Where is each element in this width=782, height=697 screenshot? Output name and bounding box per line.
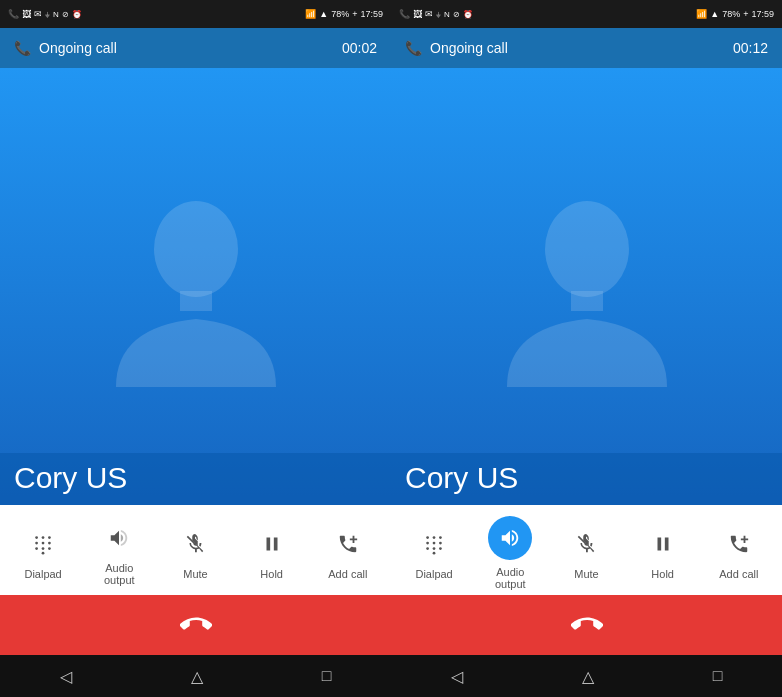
phone-status-icon: 📞 xyxy=(8,9,19,19)
call-status-left: 📞 Ongoing call xyxy=(14,40,117,56)
add-call-btn-right[interactable]: Add call xyxy=(709,526,769,580)
contact-name-left: Cory US xyxy=(14,461,377,495)
controls-area-left: Dialpad Audio output xyxy=(0,505,391,595)
recent-btn-left[interactable]: □ xyxy=(306,659,348,693)
call-header-right: 📞 Ongoing call 00:12 xyxy=(391,28,782,68)
svg-point-0 xyxy=(154,201,238,297)
end-call-bar-right[interactable] xyxy=(391,595,782,655)
avatar-silhouette-right xyxy=(497,187,677,387)
svg-point-14 xyxy=(426,536,429,539)
avatar-area-left: Cory US xyxy=(0,68,391,505)
mute-btn-right[interactable]: Mute xyxy=(556,526,616,580)
call-phone-icon-left: 📞 xyxy=(14,40,31,56)
status-right-left: 📶 ▲ 78% + 17:59 xyxy=(305,9,383,19)
battery-level-left: 78% xyxy=(331,9,349,19)
svg-rect-1 xyxy=(180,291,212,311)
dialpad-icon-left xyxy=(25,526,61,562)
clock-left: 17:59 xyxy=(360,9,383,19)
avatar-silhouette-left xyxy=(106,187,286,387)
audio-output-icon-right xyxy=(488,516,532,560)
image-status-icon: 🖼 xyxy=(22,9,31,19)
svg-rect-13 xyxy=(571,291,603,311)
call-header-left: 📞 Ongoing call 00:02 xyxy=(0,28,391,68)
hold-label-right: Hold xyxy=(651,568,674,580)
contact-name-right: Cory US xyxy=(405,461,768,495)
status-icons-right: 📞 🖼 ✉ ⏚ N ⊘ ⏰ xyxy=(399,9,473,19)
audio-output-btn-left[interactable]: Audio output xyxy=(89,520,149,586)
svg-point-2 xyxy=(35,536,38,539)
call-timer-right: 00:12 xyxy=(733,40,768,56)
home-btn-left[interactable]: △ xyxy=(175,659,219,694)
add-call-btn-left[interactable]: Add call xyxy=(318,526,378,580)
contact-name-bar-left: Cory US xyxy=(0,453,391,505)
svg-point-16 xyxy=(439,536,442,539)
mute-icon-right xyxy=(568,526,604,562)
mute-label-right: Mute xyxy=(574,568,598,580)
wifi-icon: 📶 xyxy=(305,9,316,19)
dialpad-label-left: Dialpad xyxy=(24,568,61,580)
svg-point-9 xyxy=(42,547,45,550)
usb-icon-r: ⏚ xyxy=(436,10,441,19)
status-bar-left: 📞 🖼 ✉ ⏚ N ⊘ ⏰ 📶 ▲ 78% + 17:59 xyxy=(0,0,391,28)
dialpad-btn-left[interactable]: Dialpad xyxy=(13,526,73,580)
wifi-icon-r: 📶 xyxy=(696,9,707,19)
block-icon-r: ⊘ xyxy=(453,10,460,19)
end-call-icon-left xyxy=(180,609,212,641)
signal-icon-r: ▲ xyxy=(710,9,719,19)
clock-right: 17:59 xyxy=(751,9,774,19)
status-bar-right: 📞 🖼 ✉ ⏚ N ⊘ ⏰ 📶 ▲ 78% + 17:59 xyxy=(391,0,782,28)
call-phone-icon-right: 📞 xyxy=(405,40,422,56)
svg-point-8 xyxy=(35,547,38,550)
svg-point-4 xyxy=(48,536,51,539)
audio-output-icon-left xyxy=(101,520,137,556)
alarm-icon-r: ⏰ xyxy=(463,10,473,19)
battery-charging-left: + xyxy=(352,9,357,19)
svg-point-20 xyxy=(426,547,429,550)
svg-point-21 xyxy=(433,547,436,550)
svg-point-6 xyxy=(42,541,45,544)
dialpad-btn-right[interactable]: Dialpad xyxy=(404,526,464,580)
svg-point-7 xyxy=(48,541,51,544)
recent-btn-right[interactable]: □ xyxy=(697,659,739,693)
alarm-icon: ⏰ xyxy=(72,10,82,19)
usb-icon: ⏚ xyxy=(45,10,50,19)
battery-charging-right: + xyxy=(743,9,748,19)
svg-point-5 xyxy=(35,541,38,544)
svg-point-11 xyxy=(42,551,45,554)
dialpad-icon-right xyxy=(416,526,452,562)
image-status-icon-r: 🖼 xyxy=(413,9,422,19)
hold-btn-right[interactable]: Hold xyxy=(633,526,693,580)
back-btn-left[interactable]: ◁ xyxy=(44,659,88,694)
ongoing-call-label-left: Ongoing call xyxy=(39,40,117,56)
hold-btn-left[interactable]: Hold xyxy=(242,526,302,580)
battery-level-right: 78% xyxy=(722,9,740,19)
status-right-right: 📶 ▲ 78% + 17:59 xyxy=(696,9,774,19)
mute-label-left: Mute xyxy=(183,568,207,580)
svg-point-15 xyxy=(433,536,436,539)
audio-output-btn-right[interactable]: Audio output xyxy=(480,516,540,590)
contact-name-bar-right: Cory US xyxy=(391,453,782,505)
mute-icon-left xyxy=(177,526,213,562)
nfc-icon-r: N xyxy=(444,10,450,19)
signal-icon: ▲ xyxy=(319,9,328,19)
hold-icon-right xyxy=(645,526,681,562)
call-status-right: 📞 Ongoing call xyxy=(405,40,508,56)
svg-point-23 xyxy=(433,551,436,554)
svg-point-3 xyxy=(42,536,45,539)
block-icon: ⊘ xyxy=(62,10,69,19)
mute-btn-left[interactable]: Mute xyxy=(165,526,225,580)
audio-output-label-left: Audio output xyxy=(89,562,149,586)
end-call-icon-right xyxy=(571,609,603,641)
ongoing-call-label-right: Ongoing call xyxy=(430,40,508,56)
svg-point-12 xyxy=(545,201,629,297)
nav-bar-left: ◁ △ □ xyxy=(0,655,391,697)
home-btn-right[interactable]: △ xyxy=(566,659,610,694)
add-call-label-right: Add call xyxy=(719,568,758,580)
status-icons-left: 📞 🖼 ✉ ⏚ N ⊘ ⏰ xyxy=(8,9,82,19)
nfc-icon: N xyxy=(53,10,59,19)
end-call-bar-left[interactable] xyxy=(0,595,391,655)
nav-bar-right: ◁ △ □ xyxy=(391,655,782,697)
add-call-icon-right xyxy=(721,526,757,562)
back-btn-right[interactable]: ◁ xyxy=(435,659,479,694)
svg-point-18 xyxy=(433,541,436,544)
